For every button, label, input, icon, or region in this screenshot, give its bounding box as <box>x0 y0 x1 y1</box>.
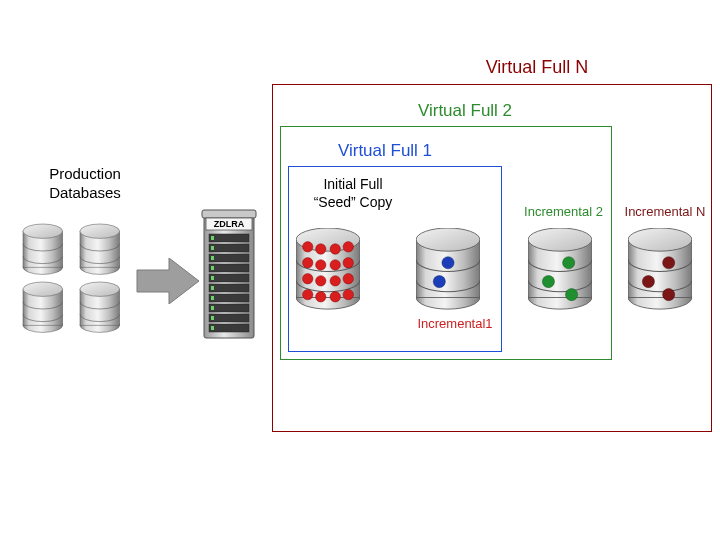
svg-point-40 <box>316 292 326 302</box>
svg-marker-3 <box>137 258 199 304</box>
svg-point-50 <box>663 289 675 301</box>
svg-rect-12 <box>209 284 249 292</box>
svg-rect-8 <box>209 244 249 252</box>
virtual-full-1-title: Virtual Full 1 <box>315 141 455 161</box>
svg-rect-18 <box>211 246 214 250</box>
svg-point-48 <box>663 257 675 269</box>
svg-rect-15 <box>209 314 249 322</box>
svg-rect-10 <box>209 264 249 272</box>
svg-rect-23 <box>211 296 214 300</box>
svg-point-34 <box>343 258 353 268</box>
svg-point-39 <box>303 289 313 299</box>
svg-point-44 <box>433 276 445 288</box>
svg-point-28 <box>316 244 326 254</box>
svg-point-38 <box>343 273 353 283</box>
svg-rect-16 <box>209 324 249 332</box>
svg-rect-25 <box>211 316 214 320</box>
svg-rect-9 <box>209 254 249 262</box>
svg-point-33 <box>330 260 340 270</box>
zdlra-appliance: ZDLRA <box>200 208 258 346</box>
svg-rect-13 <box>209 294 249 302</box>
seed-copy-label: Initial Full “Seed” Copy <box>298 176 408 211</box>
svg-rect-14 <box>209 304 249 312</box>
incremental-2-label: Incremental 2 <box>516 204 611 219</box>
production-databases-label: Production Databases <box>30 165 140 203</box>
svg-rect-20 <box>211 266 214 270</box>
svg-point-41 <box>330 292 340 302</box>
incremental-1-label: Incremental1 <box>410 316 500 331</box>
svg-point-36 <box>316 276 326 286</box>
svg-rect-19 <box>211 256 214 260</box>
svg-point-32 <box>316 260 326 270</box>
svg-rect-11 <box>209 274 249 282</box>
svg-point-49 <box>642 276 654 288</box>
svg-point-37 <box>330 276 340 286</box>
seed-cylinder-icon <box>296 228 360 312</box>
svg-point-45 <box>563 257 575 269</box>
zdlra-label: ZDLRA <box>214 219 245 229</box>
virtual-full-2-title: Virtual Full 2 <box>390 101 540 121</box>
svg-point-30 <box>343 242 353 252</box>
virtual-full-n-title: Virtual Full N <box>452 57 622 78</box>
incremental-n-label: Incremental N <box>616 204 714 219</box>
svg-point-31 <box>303 258 313 268</box>
incremental-n-cylinder-icon <box>628 228 692 312</box>
svg-rect-17 <box>211 236 214 240</box>
svg-rect-24 <box>211 306 214 310</box>
production-db-cluster <box>18 222 138 342</box>
svg-point-43 <box>442 257 454 269</box>
incremental-1-cylinder-icon <box>416 228 480 312</box>
svg-rect-21 <box>211 276 214 280</box>
arrow-icon <box>135 258 201 304</box>
svg-rect-7 <box>209 234 249 242</box>
svg-rect-22 <box>211 286 214 290</box>
svg-rect-5 <box>202 210 256 218</box>
incremental-2-cylinder-icon <box>528 228 592 312</box>
svg-point-29 <box>330 244 340 254</box>
svg-point-42 <box>343 289 353 299</box>
svg-rect-26 <box>211 326 214 330</box>
svg-point-46 <box>542 276 554 288</box>
svg-point-47 <box>566 289 578 301</box>
svg-point-27 <box>303 242 313 252</box>
svg-point-35 <box>303 273 313 283</box>
